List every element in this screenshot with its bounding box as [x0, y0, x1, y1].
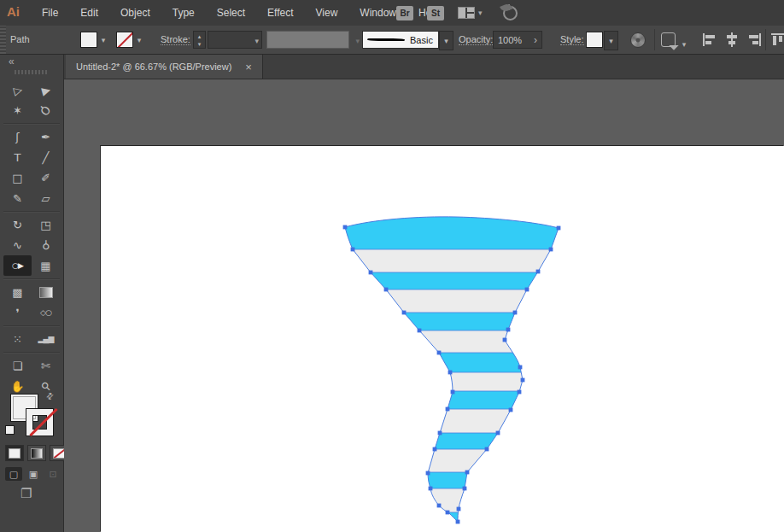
- puppet-warp-tool[interactable]: ⚲: [32, 235, 60, 255]
- draw-normal-icon[interactable]: ▢: [5, 467, 22, 481]
- align-right-button[interactable]: [746, 32, 762, 47]
- lasso-tool[interactable]: Ϙ: [32, 100, 60, 120]
- anchor-point[interactable]: [437, 351, 442, 355]
- anchor-point[interactable]: [525, 288, 529, 292]
- anchor-point[interactable]: [465, 471, 470, 475]
- draw-behind-icon[interactable]: ▣: [25, 467, 42, 481]
- opacity-label[interactable]: Opacity:: [459, 34, 493, 45]
- workspace-switcher-icon[interactable]: [458, 7, 475, 19]
- eraser-tool[interactable]: ▱: [32, 188, 60, 208]
- anchor-point[interactable]: [418, 329, 422, 333]
- align-center-button[interactable]: [724, 32, 740, 47]
- anchor-point[interactable]: [384, 288, 389, 292]
- anchor-point[interactable]: [402, 311, 407, 315]
- isolate-mode-icon[interactable]: [661, 32, 676, 47]
- opacity-input[interactable]: 100% ›: [493, 31, 542, 49]
- canvas-area[interactable]: [64, 79, 784, 532]
- menu-type[interactable]: Type: [161, 7, 206, 19]
- anchor-point[interactable]: [518, 390, 522, 395]
- anchor-point[interactable]: [506, 328, 511, 332]
- rectangle-tool[interactable]: □: [3, 167, 32, 188]
- type-tool[interactable]: T: [3, 147, 32, 167]
- color-button[interactable]: [5, 445, 24, 461]
- perspective-grid-tool[interactable]: ▦: [32, 255, 60, 276]
- stroke-weight-stepper[interactable]: ▴ ▾: [193, 31, 206, 49]
- anchor-point[interactable]: [457, 507, 461, 512]
- tornado-stripe[interactable]: [337, 433, 568, 449]
- column-graph-tool[interactable]: ▂▄▆: [32, 329, 60, 349]
- paintbrush-tool[interactable]: ✐: [32, 167, 60, 188]
- bridge-button[interactable]: Br: [396, 6, 413, 20]
- anchor-point[interactable]: [343, 225, 348, 230]
- tornado-stripe[interactable]: [337, 272, 568, 289]
- style-swatch[interactable]: [586, 32, 603, 48]
- recolor-artwork-icon[interactable]: [630, 32, 646, 48]
- anchor-point[interactable]: [513, 311, 518, 315]
- anchor-point[interactable]: [509, 408, 513, 412]
- gradient-button[interactable]: [27, 445, 46, 461]
- anchor-point[interactable]: [351, 248, 355, 252]
- panel-drag-grip[interactable]: [15, 70, 49, 74]
- swap-fill-stroke-icon[interactable]: ⇄: [44, 390, 56, 402]
- anchor-point[interactable]: [369, 271, 373, 275]
- chevron-down-icon[interactable]: ▾: [604, 31, 618, 50]
- slice-tool[interactable]: ✄: [32, 355, 60, 376]
- anchor-point[interactable]: [456, 520, 460, 524]
- artboard-tool[interactable]: ❏: [3, 355, 32, 376]
- anchor-point[interactable]: [557, 226, 561, 231]
- anchor-point[interactable]: [429, 487, 433, 491]
- eyedropper-tool[interactable]: ❜: [3, 302, 32, 323]
- rotate-tool[interactable]: ↻: [3, 214, 32, 235]
- document-tab[interactable]: Untitled-2* @ 66.67% (RGB/Preview) ×: [66, 55, 263, 79]
- anchor-point[interactable]: [451, 390, 455, 395]
- menu-effect[interactable]: Effect: [256, 7, 304, 19]
- anchor-point[interactable]: [437, 504, 442, 508]
- magic-wand-tool[interactable]: ✶: [3, 100, 32, 120]
- scale-tool[interactable]: ◳: [32, 214, 60, 235]
- line-segment-tool[interactable]: ╱: [32, 147, 60, 167]
- chevron-down-icon[interactable]: ▾: [133, 32, 145, 48]
- default-fill-stroke-icon[interactable]: [5, 425, 15, 435]
- fill-color-swatch[interactable]: [80, 32, 97, 48]
- panel-grip[interactable]: [0, 26, 6, 54]
- anchor-point[interactable]: [496, 431, 500, 436]
- stroke-indicator-none[interactable]: [26, 409, 53, 436]
- mesh-tool[interactable]: ▩: [3, 282, 32, 302]
- stroke-weight-dropdown[interactable]: ▾: [208, 31, 262, 49]
- close-tab-icon[interactable]: ×: [245, 61, 252, 73]
- tornado-stripe[interactable]: [337, 353, 568, 372]
- chevron-down-icon[interactable]: ▾: [678, 36, 690, 52]
- menu-object[interactable]: Object: [109, 7, 161, 19]
- direct-selection-tool[interactable]: ▶: [32, 79, 60, 100]
- selection-tool[interactable]: ▷: [3, 79, 32, 100]
- anchor-point[interactable]: [438, 431, 442, 436]
- style-label[interactable]: Style:: [560, 34, 584, 45]
- menu-edit[interactable]: Edit: [69, 7, 109, 19]
- anchor-point[interactable]: [521, 378, 525, 383]
- chevron-down-icon[interactable]: ▾: [439, 31, 453, 50]
- anchor-point[interactable]: [518, 365, 523, 370]
- gradient-tool[interactable]: [32, 282, 60, 302]
- stock-button[interactable]: St: [427, 6, 444, 20]
- tornado-stripe[interactable]: [337, 472, 568, 488]
- anchor-point[interactable]: [549, 248, 553, 252]
- brush-definition-dropdown[interactable]: Basic: [362, 31, 439, 49]
- blend-tool[interactable]: ◇○: [32, 302, 60, 323]
- anchor-point[interactable]: [433, 447, 437, 452]
- vertical-align-top-button[interactable]: [770, 32, 784, 47]
- pen-tool[interactable]: ✒: [32, 126, 60, 147]
- anchor-point[interactable]: [446, 407, 450, 412]
- align-left-button[interactable]: [702, 32, 717, 47]
- shape-builder-tool[interactable]: ○▶: [3, 255, 32, 276]
- anchor-point[interactable]: [448, 371, 453, 375]
- chevron-right-icon[interactable]: ›: [534, 34, 537, 46]
- chevron-down-icon[interactable]: ▾: [478, 9, 483, 17]
- anchor-point[interactable]: [446, 511, 450, 515]
- collapse-panel-icon[interactable]: «: [9, 56, 15, 67]
- shaper-tool[interactable]: ✎: [3, 188, 32, 208]
- screen-mode-button[interactable]: ❐: [20, 486, 32, 501]
- power-sync-icon[interactable]: [503, 6, 518, 20]
- symbol-sprayer-tool[interactable]: ⁙: [3, 329, 32, 349]
- width-tool[interactable]: ∿: [3, 235, 32, 255]
- tornado-stripe[interactable]: [337, 313, 568, 330]
